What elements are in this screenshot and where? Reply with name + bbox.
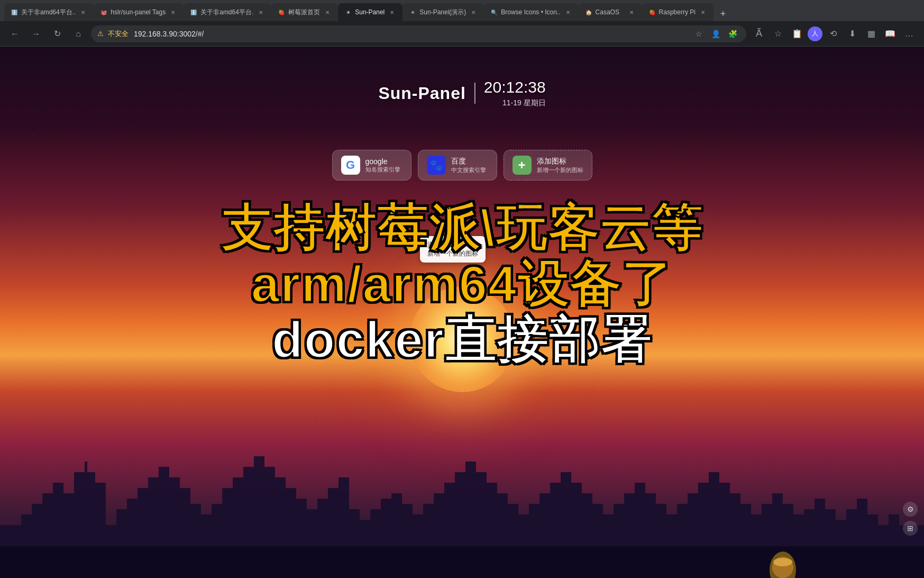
baidu-name: 百度: [451, 157, 486, 166]
profile-icon[interactable]: 👤: [708, 26, 723, 41]
baidu-icon-wrap: 🐾: [427, 156, 446, 175]
panel-title: Sun-Panel: [378, 84, 465, 103]
tab-5-label: Sun-Panel: [355, 8, 385, 16]
app-card-add[interactable]: + 添加图标 新增一个新的图标: [504, 150, 592, 180]
app-card-google[interactable]: G google 知名搜索引擎: [332, 150, 411, 180]
tab-6[interactable]: ☀ Sun-Panel(演示) ✕: [402, 3, 484, 21]
favorites-icon[interactable]: ☆: [770, 25, 786, 42]
overlay-line1: 支持树莓派\玩客云等: [21, 200, 903, 256]
address-bar: ← → ↻ ⌂ ⚠ 不安全 192.168.3.90:3002/#/ ☆ 👤 🧩…: [0, 21, 924, 47]
account-icon[interactable]: Ã: [751, 25, 767, 42]
tab-4-close[interactable]: ✕: [323, 8, 332, 16]
tab-8[interactable]: 🏠 CasaOS ✕: [579, 3, 642, 21]
add-desc: 新增一个新的图标: [537, 166, 583, 174]
tab-1[interactable]: ℹ️ 关于非amd64平台.. ✕: [4, 3, 94, 21]
tab-5-favicon: ☀: [344, 8, 352, 16]
tab-8-favicon: 🏠: [585, 8, 592, 16]
tab-2-close[interactable]: ✕: [169, 8, 177, 16]
tab-6-close[interactable]: ✕: [469, 8, 478, 16]
tab-9-label: Raspberry Pi: [659, 8, 696, 16]
google-icon-wrap: G: [341, 156, 360, 175]
download-icon[interactable]: ⬇: [844, 25, 861, 42]
app-icons-row: G google 知名搜索引擎 🐾 百度 中文搜索引擎: [332, 150, 592, 180]
tab-1-label: 关于非amd64平台..: [21, 8, 76, 17]
sidebar-icon[interactable]: ▦: [863, 25, 880, 42]
tab-2[interactable]: 🐙 hslr/sun-panel Tags ✕: [94, 3, 184, 21]
tab-6-favicon: ☀: [409, 8, 416, 16]
tab-4-favicon: 🍓: [278, 8, 285, 16]
tab-9[interactable]: 🍓 Raspberry Pi ✕: [642, 3, 713, 21]
tab-8-close[interactable]: ✕: [627, 8, 636, 16]
address-right-icons: ☆ 👤 🧩: [691, 26, 740, 41]
collections-icon[interactable]: 📋: [789, 25, 806, 42]
panel-time-block: 20:12:38 11-19 星期日: [484, 78, 546, 108]
overlay-text: 支持树莓派\玩客云等 arm/arm64设备了 docker直接部署: [0, 200, 924, 368]
security-label: 不安全: [108, 29, 129, 39]
cityscape-silhouette: [0, 430, 924, 578]
tab-3[interactable]: ℹ️ 关于非amd64平台. ✕: [184, 3, 271, 21]
settings-icon[interactable]: ⚙: [903, 502, 918, 517]
panel-divider: [474, 83, 475, 104]
google-desc: 知名搜索引擎: [365, 166, 400, 174]
panel-time: 20:12:38: [484, 78, 546, 96]
tab-5-active[interactable]: ☀ Sun-Panel ✕: [338, 3, 402, 21]
reading-mode-icon[interactable]: 📖: [882, 25, 899, 42]
tab-8-label: CasaOS: [596, 8, 619, 16]
tab-5-close[interactable]: ✕: [388, 8, 396, 16]
baidu-paw-icon: 🐾: [429, 159, 443, 171]
tab-4[interactable]: 🍓 树莓派首页 ✕: [271, 3, 338, 21]
app-card-baidu[interactable]: 🐾 百度 中文搜索引擎: [418, 150, 497, 180]
tab-3-label: 关于非amd64平台.: [200, 8, 253, 17]
tab-9-close[interactable]: ✕: [699, 8, 707, 16]
browser-frame: ℹ️ 关于非amd64平台.. ✕ 🐙 hslr/sun-panel Tags …: [0, 0, 924, 578]
tab-7-favicon: 🔍: [490, 8, 498, 16]
baidu-desc: 中文搜索引擎: [451, 166, 486, 174]
add-icon-wrap: +: [513, 156, 532, 175]
address-text[interactable]: 192.168.3.90:3002/#/: [134, 30, 687, 38]
tab-1-close[interactable]: ✕: [79, 8, 87, 16]
google-g-icon: G: [346, 158, 355, 172]
tab-2-label: hslr/sun-panel Tags: [111, 8, 166, 16]
baidu-info: 百度 中文搜索引擎: [451, 157, 486, 174]
settings-more-icon[interactable]: …: [901, 25, 918, 42]
overlay-line2: arm/arm64设备了: [21, 256, 903, 312]
forward-button[interactable]: →: [28, 25, 44, 42]
security-warning-icon: ⚠: [97, 30, 104, 38]
tab-7-close[interactable]: ✕: [564, 8, 572, 16]
address-input-wrap[interactable]: ⚠ 不安全 192.168.3.90:3002/#/ ☆ 👤 🧩: [91, 25, 746, 42]
panel-header: Sun-Panel 20:12:38 11-19 星期日: [378, 78, 545, 108]
reload-button[interactable]: ↻: [49, 25, 66, 42]
panel-date: 11-19 星期日: [484, 98, 546, 108]
add-plus-icon: +: [518, 158, 525, 173]
tab-7[interactable]: 🔍 Browse Icons • Icon.. ✕: [484, 3, 578, 21]
tab-6-label: Sun-Panel(演示): [419, 8, 466, 17]
panel-title-row: Sun-Panel 20:12:38 11-19 星期日: [378, 78, 545, 108]
history-icon[interactable]: ⟲: [825, 25, 841, 42]
svg-point-3: [772, 557, 793, 578]
toolbar-right: Ã ☆ 📋 人 ⟲ ⬇ ▦ 📖 …: [751, 25, 918, 42]
back-button[interactable]: ←: [6, 25, 23, 42]
grid-icon[interactable]: ⊞: [903, 521, 918, 536]
tab-2-favicon: 🐙: [100, 8, 107, 16]
user-profile-icon[interactable]: 人: [808, 26, 822, 41]
tab-9-favicon: 🍓: [648, 8, 656, 16]
google-name: google: [365, 157, 400, 166]
bookmark-star-icon[interactable]: ☆: [691, 26, 706, 41]
tab-bar: ℹ️ 关于非amd64平台.. ✕ 🐙 hslr/sun-panel Tags …: [0, 0, 924, 21]
bottom-right-icons: ⚙ ⊞: [903, 502, 918, 536]
browser-content: 〜 ∪ ∧ ∪ ∧ ∧ ∪ ∧ ∪ ∧ Sun-Panel 20:12:38 1…: [0, 47, 924, 578]
home-button[interactable]: ⌂: [70, 25, 87, 42]
new-tab-button[interactable]: +: [716, 6, 730, 21]
overlay-line3: docker直接部署: [21, 312, 903, 368]
tab-3-favicon: ℹ️: [190, 8, 197, 16]
google-info: google 知名搜索引擎: [365, 157, 400, 174]
add-name: 添加图标: [537, 157, 583, 166]
tab-7-label: Browse Icons • Icon..: [501, 8, 560, 16]
tab-3-close[interactable]: ✕: [257, 8, 265, 16]
extension-icon[interactable]: 🧩: [725, 26, 740, 41]
tab-1-favicon: ℹ️: [11, 8, 18, 16]
tab-4-label: 树莓派首页: [288, 8, 320, 17]
add-info: 添加图标 新增一个新的图标: [537, 157, 583, 174]
